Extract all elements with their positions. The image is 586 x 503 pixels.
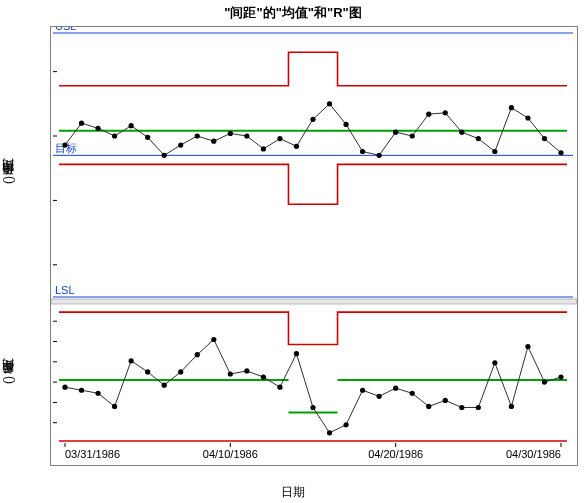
svg-point-32 xyxy=(327,101,332,106)
svg-point-84 xyxy=(410,391,415,396)
svg-point-29 xyxy=(277,136,282,141)
svg-point-19 xyxy=(112,133,117,138)
svg-rect-0 xyxy=(51,299,577,304)
svg-point-87 xyxy=(459,405,464,410)
svg-point-35 xyxy=(377,153,382,158)
svg-point-16 xyxy=(62,142,67,147)
plot-svg: 14.014.515.015.5USL目标LSL0.20.40.60.81.01… xyxy=(51,27,577,465)
chart-container: "间距"的"均值"和"R"图 平均值(间距) 极差(间距) 14.014.515… xyxy=(0,0,586,503)
svg-text:USL: USL xyxy=(55,27,76,32)
svg-text:04/30/1986: 04/30/1986 xyxy=(506,448,561,460)
svg-point-41 xyxy=(476,136,481,141)
svg-point-28 xyxy=(261,146,266,151)
svg-point-30 xyxy=(294,144,299,149)
svg-point-31 xyxy=(310,117,315,122)
svg-point-33 xyxy=(343,122,348,127)
svg-point-90 xyxy=(509,404,514,409)
svg-point-93 xyxy=(558,374,563,379)
svg-point-22 xyxy=(162,153,167,158)
svg-point-91 xyxy=(525,344,530,349)
svg-point-27 xyxy=(244,133,249,138)
svg-point-26 xyxy=(228,131,233,136)
svg-point-88 xyxy=(476,405,481,410)
svg-point-46 xyxy=(558,150,563,155)
svg-point-72 xyxy=(211,337,216,342)
svg-point-75 xyxy=(261,374,266,379)
svg-point-18 xyxy=(95,126,100,131)
svg-point-25 xyxy=(211,139,216,144)
svg-text:04/20/1986: 04/20/1986 xyxy=(368,448,423,460)
svg-point-82 xyxy=(377,394,382,399)
svg-point-66 xyxy=(112,404,117,409)
svg-point-43 xyxy=(509,105,514,110)
svg-point-36 xyxy=(393,130,398,135)
svg-text:LSL: LSL xyxy=(55,284,75,296)
svg-point-74 xyxy=(244,368,249,373)
svg-point-65 xyxy=(95,391,100,396)
svg-text:04/10/1986: 04/10/1986 xyxy=(203,448,258,460)
svg-point-81 xyxy=(360,388,365,393)
svg-text:03/31/1986: 03/31/1986 xyxy=(65,448,120,460)
chart-title: "间距"的"均值"和"R"图 xyxy=(0,4,586,22)
svg-point-70 xyxy=(178,369,183,374)
svg-point-79 xyxy=(327,430,332,435)
svg-point-71 xyxy=(195,352,200,357)
svg-point-85 xyxy=(426,404,431,409)
svg-point-40 xyxy=(459,130,464,135)
y-axis-label-top: 平均值(间距) xyxy=(0,100,17,260)
plot-area: 14.014.515.015.5USL目标LSL0.20.40.60.81.01… xyxy=(50,26,578,466)
svg-point-23 xyxy=(178,142,183,147)
svg-point-20 xyxy=(129,123,134,128)
svg-point-89 xyxy=(492,360,497,365)
svg-point-45 xyxy=(542,136,547,141)
svg-point-77 xyxy=(294,351,299,356)
svg-point-21 xyxy=(145,135,150,140)
svg-point-80 xyxy=(343,422,348,427)
svg-point-38 xyxy=(426,112,431,117)
svg-point-67 xyxy=(129,358,134,363)
svg-point-42 xyxy=(492,149,497,154)
svg-point-34 xyxy=(360,149,365,154)
svg-point-83 xyxy=(393,386,398,391)
svg-point-78 xyxy=(310,405,315,410)
svg-point-44 xyxy=(525,115,530,120)
svg-point-24 xyxy=(195,133,200,138)
svg-point-76 xyxy=(277,385,282,390)
svg-point-39 xyxy=(443,110,448,115)
svg-point-86 xyxy=(443,398,448,403)
svg-point-17 xyxy=(79,121,84,126)
svg-point-64 xyxy=(79,388,84,393)
svg-point-37 xyxy=(410,133,415,138)
y-axis-label-bottom: 极差(间距) xyxy=(0,310,17,450)
svg-point-68 xyxy=(145,369,150,374)
svg-point-63 xyxy=(62,385,67,390)
svg-point-92 xyxy=(542,380,547,385)
svg-point-69 xyxy=(162,383,167,388)
svg-point-73 xyxy=(228,371,233,376)
x-axis-label: 日期 xyxy=(0,484,586,501)
